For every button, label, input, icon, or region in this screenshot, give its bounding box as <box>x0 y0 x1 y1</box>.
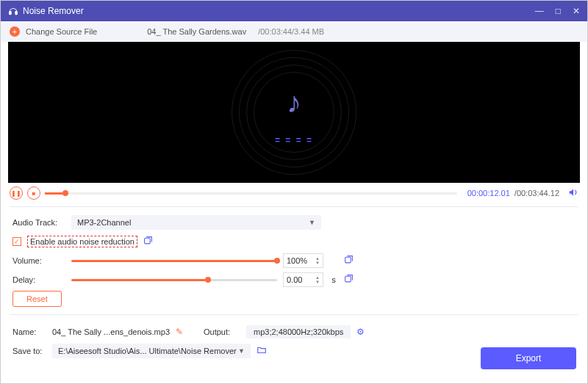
current-time: 00:00:12.01 <box>467 189 510 198</box>
audio-visualizer: ♪ = = = = <box>232 50 356 175</box>
delay-label: Delay: <box>12 275 65 284</box>
svg-rect-0 <box>10 12 11 15</box>
volume-link-icon[interactable] <box>344 255 354 267</box>
saveto-label: Save to: <box>12 347 46 355</box>
chevron-down-icon: ▼ <box>238 347 245 355</box>
change-source-label[interactable]: Change Source File <box>26 27 97 36</box>
minimize-button[interactable]: — <box>535 6 544 16</box>
source-file-name: 04_ The Sally Gardens.wav <box>147 27 246 36</box>
svg-rect-4 <box>345 276 351 282</box>
noise-reduction-label: Enable audio noise reduction <box>27 236 137 247</box>
total-time: /00:03:44.12 <box>514 189 559 198</box>
export-button[interactable]: Export <box>481 347 576 369</box>
reset-button[interactable]: Reset <box>12 291 62 307</box>
delay-stepper[interactable]: ▲▼ <box>315 275 320 284</box>
player-controls: ❚❚ ■ 00:00:12.01 /00:03:44.12 <box>1 183 587 203</box>
preview-panel: ♪ = = = = <box>8 42 580 183</box>
noise-reduction-checkbox[interactable]: ✓ <box>12 237 21 246</box>
pause-button[interactable]: ❚❚ <box>10 186 23 200</box>
volume-value[interactable]: 100% ▲▼ <box>283 253 323 268</box>
svg-rect-1 <box>15 12 17 15</box>
app-title: Noise Remover <box>23 6 84 16</box>
audio-track-label: Audio Track: <box>12 218 65 227</box>
app-logo-icon <box>8 6 18 16</box>
delay-value[interactable]: 0.00 ▲▼ <box>283 272 323 287</box>
audio-track-select[interactable]: MP3-2Channel ▼ <box>71 215 321 230</box>
volume-label: Volume: <box>12 256 65 265</box>
name-label: Name: <box>12 327 46 336</box>
output-name-value: 04_ The Sally ...ens_denois.mp3 <box>52 327 170 336</box>
source-file-bar: + Change Source File 04_ The Sally Garde… <box>1 21 587 42</box>
delay-link-icon[interactable] <box>344 274 354 286</box>
window-titlebar: Noise Remover — □ ✕ <box>1 1 587 21</box>
close-button[interactable]: ✕ <box>573 6 580 16</box>
output-label: Output: <box>204 327 240 336</box>
chevron-down-icon: ▼ <box>309 219 315 226</box>
edit-name-icon[interactable]: ✎ <box>176 327 183 337</box>
settings-panel: Audio Track: MP3-2Channel ▼ ✓ Enable aud… <box>1 210 587 311</box>
equalizer-icon: = = = = <box>275 135 313 145</box>
open-folder-icon[interactable] <box>257 345 267 358</box>
volume-icon[interactable] <box>568 187 578 200</box>
svg-rect-3 <box>345 257 351 263</box>
saveto-select[interactable]: E:\Aiseesoft Studio\Ais... Ultimate\Nois… <box>52 344 251 358</box>
seek-slider[interactable] <box>45 192 457 195</box>
noise-link-icon[interactable] <box>143 236 153 247</box>
output-format-value: mp3;2;48000Hz;320kbps <box>246 325 351 338</box>
delay-unit: s <box>329 275 338 284</box>
music-note-icon: ♪ <box>287 86 301 119</box>
maximize-button[interactable]: □ <box>556 6 561 16</box>
volume-slider[interactable] <box>71 260 277 262</box>
volume-stepper[interactable]: ▲▼ <box>315 256 320 265</box>
change-source-icon[interactable]: + <box>10 26 20 37</box>
delay-slider[interactable] <box>71 279 277 281</box>
source-file-meta: /00:03:44/3.44 MB <box>258 27 324 36</box>
output-settings-icon[interactable]: ⚙ <box>356 327 365 337</box>
stop-button[interactable]: ■ <box>27 186 40 200</box>
svg-rect-2 <box>145 238 151 244</box>
